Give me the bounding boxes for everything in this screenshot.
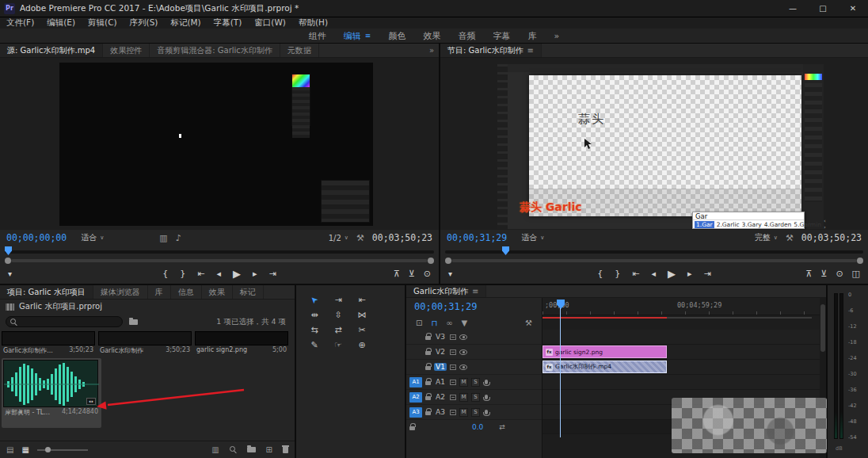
- source-patch-a2[interactable]: A2: [409, 392, 422, 403]
- voiceover-mic-icon[interactable]: [485, 395, 488, 399]
- step-back-button[interactable]: ◂: [216, 269, 221, 279]
- zoom-tool[interactable]: ⊕: [353, 338, 371, 352]
- menu-marker[interactable]: 标记(M): [170, 17, 200, 29]
- workspace-color[interactable]: 颜色: [388, 30, 405, 42]
- stretch-handle-icon[interactable]: ↔: [86, 398, 96, 405]
- source-fit-dropdown[interactable]: 适合∨: [81, 232, 104, 243]
- mute-button[interactable]: M: [459, 378, 468, 387]
- tab-sequence[interactable]: Garlic水印制作 ≡: [406, 285, 486, 297]
- workspace-overflow-icon[interactable]: »: [554, 31, 559, 41]
- tab-source-clip[interactable]: 源: Garlic水印制作.mp4: [0, 44, 103, 57]
- step-forward-button[interactable]: ▸: [253, 269, 257, 279]
- lock-icon[interactable]: [425, 396, 431, 400]
- program-add-marker-button[interactable]: ▾: [448, 269, 452, 278]
- thumbnail-zoom-slider[interactable]: [37, 449, 88, 451]
- menu-title[interactable]: 字幕(T): [214, 17, 242, 29]
- go-to-in-button[interactable]: ⇤: [197, 269, 204, 279]
- source-scrubber[interactable]: [0, 246, 439, 257]
- razor-tool[interactable]: ✂: [353, 323, 371, 337]
- source-patch-a3[interactable]: A3: [409, 407, 422, 418]
- program-go-to-out-button[interactable]: ⇥: [704, 269, 711, 279]
- track-select-forward-tool[interactable]: ⇥: [329, 293, 347, 307]
- track-output-eye-icon[interactable]: [459, 349, 467, 355]
- clear-button[interactable]: [283, 447, 288, 453]
- track-label-a1[interactable]: A1: [434, 378, 447, 386]
- program-step-forward-button[interactable]: ▸: [687, 269, 692, 279]
- mute-button[interactable]: M: [459, 393, 468, 402]
- project-item-3[interactable]: garlic sign2.png 5;00: [195, 331, 288, 354]
- tab-effect-controls[interactable]: 效果控件: [103, 44, 150, 57]
- extract-button[interactable]: ⊻: [820, 269, 827, 279]
- source-timecode[interactable]: 00;00;00;00: [6, 232, 67, 243]
- rolling-edit-tool[interactable]: ⇳: [329, 308, 347, 322]
- track-label-a3[interactable]: A3: [434, 408, 447, 416]
- lock-icon[interactable]: [425, 381, 431, 385]
- slide-tool[interactable]: ⇄: [329, 323, 347, 337]
- timeline-settings-wrench-icon[interactable]: ⚒: [525, 319, 532, 327]
- source-zoom-bar[interactable]: [0, 257, 439, 264]
- nest-indicator-icon[interactable]: ⊡: [416, 319, 422, 327]
- program-fit-dropdown[interactable]: 适合∨: [521, 232, 544, 243]
- program-quality-dropdown[interactable]: 完整∨: [755, 232, 778, 243]
- lock-icon[interactable]: [409, 426, 415, 430]
- source-patch-a1[interactable]: A1: [409, 377, 422, 387]
- lift-button[interactable]: ⊼: [805, 269, 812, 279]
- close-button[interactable]: ✕: [838, 0, 868, 17]
- export-frame-button[interactable]: ⊙: [424, 269, 431, 279]
- sync-lock-icon[interactable]: [450, 395, 456, 400]
- lane-v3[interactable]: [542, 330, 820, 345]
- snap-toggle-icon[interactable]: ⊓: [431, 319, 437, 327]
- track-label-v1[interactable]: V1: [434, 363, 447, 371]
- rate-stretch-tool[interactable]: ⋈: [353, 308, 371, 322]
- lock-icon[interactable]: [425, 366, 431, 370]
- tab-media-browser[interactable]: 媒体浏览器: [93, 285, 148, 299]
- new-bin-button[interactable]: [247, 447, 256, 452]
- clip-garlic-mp4-selected[interactable]: fx Garlic水印制作.mp4: [542, 361, 667, 373]
- menu-window[interactable]: 窗口(W): [254, 17, 286, 29]
- sync-lock-icon[interactable]: [450, 410, 456, 415]
- menu-sequence[interactable]: 序列(S): [130, 17, 158, 29]
- ime-candidate-4[interactable]: 4.Garden: [764, 221, 792, 228]
- program-play-button[interactable]: ▶: [668, 268, 676, 280]
- ime-candidate-2[interactable]: 2.Garlic: [717, 221, 740, 228]
- fit-sequence-icon[interactable]: ⇄: [499, 423, 505, 431]
- workspace-libraries[interactable]: 库: [527, 30, 536, 42]
- program-timecode[interactable]: 00;00;31;29: [447, 232, 507, 243]
- program-go-to-in-button[interactable]: ⇤: [632, 269, 639, 279]
- project-file-name[interactable]: Garlic 水印项目.prproj: [19, 301, 102, 312]
- master-gain-value[interactable]: 0.0: [472, 423, 483, 431]
- add-marker-button[interactable]: ▾: [8, 269, 12, 278]
- mark-out-button[interactable]: }: [180, 269, 185, 279]
- automate-to-sequence-button[interactable]: ▥: [211, 445, 219, 454]
- maximize-button[interactable]: □: [808, 0, 838, 17]
- project-item-2[interactable]: Garlic水印制作 3;50;23: [98, 331, 192, 356]
- sync-lock-icon[interactable]: [450, 380, 456, 385]
- icon-view-button[interactable]: ▦: [21, 445, 29, 454]
- voiceover-mic-icon[interactable]: [485, 410, 488, 414]
- workspace-effects[interactable]: 效果: [423, 30, 440, 42]
- program-playhead[interactable]: [502, 246, 509, 255]
- selection-tool[interactable]: ➤: [306, 293, 323, 307]
- mark-in-button[interactable]: {: [162, 269, 168, 279]
- tab-program[interactable]: 节目: Garlic水印制作 ≡: [440, 44, 542, 57]
- lane-v1[interactable]: fx Garlic水印制作.mp4: [542, 360, 820, 375]
- tab-effects[interactable]: 效果: [202, 285, 233, 299]
- compare-view-button[interactable]: ◫: [852, 269, 860, 279]
- clip-garlic-sign2[interactable]: fx garlic sign2.png: [542, 345, 667, 358]
- bin-navigate-icon[interactable]: [129, 319, 138, 325]
- lock-icon[interactable]: [425, 411, 431, 415]
- play-button[interactable]: ▶: [233, 268, 241, 280]
- mute-button[interactable]: M: [459, 408, 468, 417]
- ime-pager-icon[interactable]: ‹ ›: [824, 218, 826, 230]
- go-to-out-button[interactable]: ⇥: [269, 269, 276, 279]
- pen-tool[interactable]: ✎: [306, 338, 323, 352]
- linked-selection-icon[interactable]: ∞: [446, 319, 452, 327]
- workspace-menu-icon[interactable]: ≡: [365, 32, 371, 40]
- lane-a1[interactable]: [542, 375, 820, 390]
- timeline-add-marker-icon[interactable]: ▼: [462, 319, 468, 327]
- tab-info[interactable]: 信息: [171, 285, 202, 299]
- menu-help[interactable]: 帮助(H): [299, 17, 328, 29]
- program-settings-wrench-icon[interactable]: ⚒: [786, 233, 794, 243]
- program-zoom-bar[interactable]: [440, 257, 868, 264]
- tab-markers[interactable]: 标记: [233, 285, 264, 299]
